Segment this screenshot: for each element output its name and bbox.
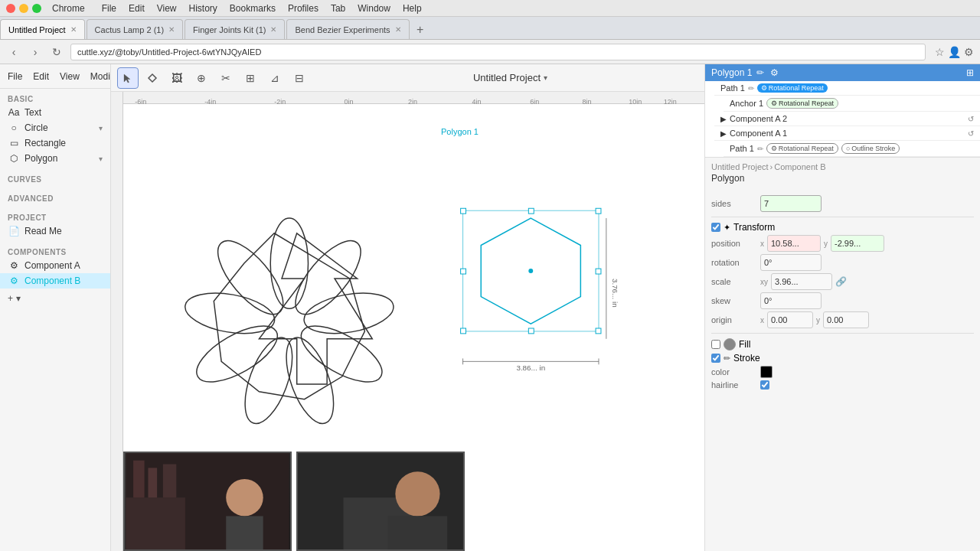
origin-y-input[interactable] bbox=[823, 311, 869, 328]
canvas-drawing-area[interactable]: 3.86... in 3.76... in Polygon 1 bbox=[123, 104, 704, 551]
new-tab-button[interactable]: + bbox=[411, 21, 430, 39]
sidebar-item-component-b[interactable]: ⚙ Component B bbox=[0, 273, 110, 289]
menu-help[interactable]: Help bbox=[403, 3, 422, 14]
hairline-checkbox[interactable] bbox=[760, 380, 769, 390]
project-title-chevron[interactable]: ▾ bbox=[544, 73, 547, 82]
extensions-icon[interactable]: ⚙ bbox=[964, 46, 974, 58]
breadcrumb-component[interactable]: Component B bbox=[774, 162, 825, 171]
tree-item-path1[interactable]: Path 1 ✏ ⚙ Rotational Repeat bbox=[714, 81, 980, 96]
menu-bookmarks[interactable]: Bookmarks bbox=[230, 3, 276, 14]
tab-label: Bend Bezier Experiments bbox=[295, 25, 390, 34]
comp-a1-toggle[interactable]: ▶ bbox=[720, 129, 727, 138]
options-icon[interactable]: ⚙ bbox=[770, 67, 779, 78]
menu-view[interactable]: View bbox=[60, 71, 80, 82]
svg-point-4 bbox=[293, 315, 390, 393]
sidebar-item-text[interactable]: Aa Text bbox=[0, 105, 110, 120]
sidebar-components-title: COMPONENTS bbox=[0, 245, 110, 258]
position-x-input[interactable] bbox=[767, 235, 821, 252]
y-label2: y bbox=[816, 316, 820, 324]
tab-bend-bezier[interactable]: Bend Bezier Experiments ✕ bbox=[286, 19, 409, 39]
rot-repeat-badge-bot[interactable]: ⚙ Rotational Repeat bbox=[766, 143, 838, 154]
refresh-button[interactable]: ↻ bbox=[49, 44, 64, 60]
node-tool-button[interactable] bbox=[142, 67, 163, 89]
scale-input[interactable] bbox=[771, 273, 832, 290]
menu-file[interactable]: File bbox=[8, 71, 22, 82]
boolean-tool-button[interactable]: ⊕ bbox=[191, 67, 212, 89]
comp-a1-visibility[interactable]: ↺ bbox=[968, 129, 974, 138]
rotational-repeat-badge-path1[interactable]: ⚙ Rotational Repeat bbox=[757, 83, 828, 93]
tree-item-anchor1[interactable]: Anchor 1 ⚙ Rotational Repeat bbox=[724, 96, 980, 112]
breadcrumb-project[interactable]: Untitled Project bbox=[711, 162, 769, 171]
link-icon[interactable]: 🔗 bbox=[835, 276, 847, 287]
selected-polygon[interactable] bbox=[461, 208, 601, 334]
grid-icon[interactable]: ⊞ bbox=[966, 67, 974, 78]
rectangle-icon: ▭ bbox=[8, 138, 20, 148]
transform-checkbox[interactable] bbox=[711, 223, 720, 232]
distribute-tool-button[interactable]: ⊞ bbox=[240, 67, 261, 89]
tab-close-icon[interactable]: ✕ bbox=[168, 25, 175, 34]
traffic-lights bbox=[6, 4, 41, 13]
tab-close-icon[interactable]: ✕ bbox=[70, 25, 77, 34]
close-button[interactable] bbox=[6, 4, 15, 13]
sidebar-item-circle[interactable]: ○ Circle ▾ bbox=[0, 120, 110, 135]
edit-path1-icon[interactable]: ✏ bbox=[748, 84, 754, 93]
fill-checkbox[interactable] bbox=[711, 340, 720, 349]
tree-item-comp-a1[interactable]: ▶ Component A 1 ↺ bbox=[714, 126, 980, 141]
tab-label: Cactus Lamp 2 (1) bbox=[95, 25, 164, 34]
tree-item-comp-a2[interactable]: ▶ Component A 2 ↺ bbox=[714, 112, 980, 126]
tab-cactus-lamp[interactable]: Cactus Lamp 2 (1) ✕ bbox=[87, 19, 183, 39]
scissor-tool-button[interactable]: ✂ bbox=[215, 67, 237, 89]
sidebar-item-readme[interactable]: 📄 Read Me bbox=[0, 223, 110, 239]
outline-stroke-badge[interactable]: ○ Outline Stroke bbox=[841, 143, 900, 154]
properties-panel: sides ✦ Transform position x y bbox=[705, 187, 980, 398]
tree-item-path1-bot[interactable]: Path 1 ✏ ⚙ Rotational Repeat ○ Outline S… bbox=[724, 141, 980, 157]
add-component-row[interactable]: + ▾ bbox=[0, 292, 110, 305]
comp-a2-toggle[interactable]: ▶ bbox=[720, 115, 727, 123]
skew-input[interactable] bbox=[760, 292, 822, 309]
profile-icon[interactable]: 👤 bbox=[948, 46, 961, 58]
origin-x-input[interactable] bbox=[767, 311, 813, 328]
sides-input[interactable] bbox=[760, 195, 822, 212]
sidebar-item-component-a[interactable]: ⚙ Component A bbox=[0, 258, 110, 273]
rotational-repeat-badge-anchor1[interactable]: ⚙ Rotational Repeat bbox=[766, 98, 838, 109]
address-input[interactable] bbox=[70, 44, 926, 60]
menu-edit[interactable]: Edit bbox=[33, 71, 49, 82]
minimize-button[interactable] bbox=[19, 4, 28, 13]
tab-untitled-project[interactable]: Untitled Project ✕ bbox=[0, 19, 85, 39]
menu-profiles[interactable]: Profiles bbox=[288, 3, 318, 14]
menu-window[interactable]: Window bbox=[358, 3, 390, 14]
maximize-button[interactable] bbox=[32, 4, 41, 13]
image-tool-button[interactable]: 🖼 bbox=[166, 67, 188, 89]
menu-edit[interactable]: Edit bbox=[129, 3, 145, 14]
position-y-input[interactable] bbox=[831, 235, 884, 252]
menu-history[interactable]: History bbox=[189, 3, 217, 14]
canvas-area[interactable]: -6in -4in -2in 0in 2in 4in 6in 8in 10in … bbox=[111, 92, 704, 551]
menu-modify[interactable]: Modify bbox=[90, 71, 111, 82]
bookmark-icon[interactable]: ☆ bbox=[935, 46, 945, 58]
tab-close-icon[interactable]: ✕ bbox=[270, 25, 276, 34]
rotation-input[interactable] bbox=[760, 254, 822, 271]
sidebar-item-rectangle[interactable]: ▭ Rectangle bbox=[0, 135, 110, 151]
forward-button[interactable]: › bbox=[28, 44, 43, 60]
select-tool-button[interactable] bbox=[117, 67, 139, 89]
tab-close-icon[interactable]: ✕ bbox=[395, 25, 401, 34]
measure-tool-button[interactable]: ⊿ bbox=[264, 67, 286, 89]
stroke-checkbox[interactable] bbox=[711, 354, 720, 363]
menu-tab[interactable]: Tab bbox=[331, 3, 345, 14]
edit-icon-bot[interactable]: ✏ bbox=[757, 145, 763, 153]
sidebar-item-polygon[interactable]: ⬡ Polygon ▾ bbox=[0, 151, 110, 166]
back-button[interactable]: ‹ bbox=[6, 44, 21, 60]
skew-label: skew bbox=[711, 296, 757, 305]
svg-rect-29 bbox=[133, 461, 145, 497]
svg-rect-18 bbox=[596, 269, 601, 274]
grid-tool-button[interactable]: ⊟ bbox=[289, 67, 310, 89]
edit-icon[interactable]: ✏ bbox=[756, 67, 764, 78]
color-swatch[interactable] bbox=[760, 366, 773, 378]
ruler-mark: 4in bbox=[472, 98, 481, 106]
menu-view[interactable]: View bbox=[157, 3, 177, 14]
menu-file[interactable]: File bbox=[102, 3, 116, 14]
svg-text:3.86... in: 3.86... in bbox=[516, 364, 545, 372]
comp-a2-visibility[interactable]: ↺ bbox=[968, 115, 974, 123]
tab-finger-joints[interactable]: Finger Joints Kit (1) ✕ bbox=[185, 19, 285, 39]
stroke-edit-icon[interactable]: ✏ bbox=[724, 354, 730, 364]
